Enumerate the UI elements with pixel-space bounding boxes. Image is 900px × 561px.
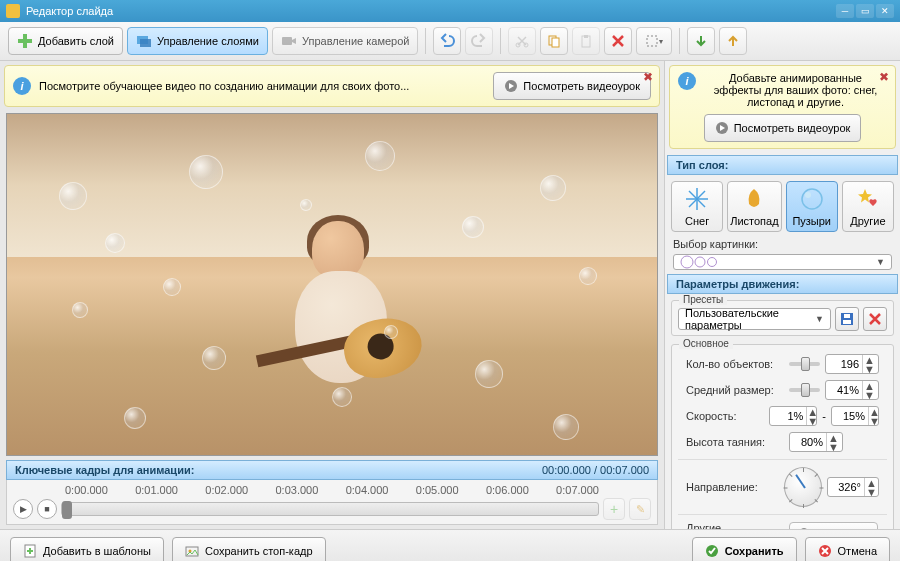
plus-file-icon	[23, 544, 37, 558]
svg-rect-3	[140, 39, 151, 47]
save-preset-button[interactable]	[835, 307, 859, 331]
paste-icon	[579, 34, 593, 48]
time-ruler: 0:00.0000:01.0000:02.0000:03.0000:04.000…	[65, 484, 599, 496]
watch-video-label: Посмотреть видеоурок	[734, 122, 851, 134]
play-button[interactable]: ▶	[13, 499, 33, 519]
main-toolbar: Добавить слой Управление слоями Управлен…	[0, 22, 900, 61]
type-leaves-button[interactable]: Листопад	[727, 181, 781, 232]
type-bubbles-button[interactable]: Пузыри	[786, 181, 838, 232]
check-icon	[705, 544, 719, 558]
edit-keyframe-button[interactable]: ✎	[629, 498, 651, 520]
move-down-button[interactable]	[687, 27, 715, 55]
bubble-icon	[799, 186, 825, 212]
count-row: Кол-во объектов: ▲▼	[678, 351, 887, 377]
window-title: Редактор слайда	[26, 5, 113, 17]
close-tip-button[interactable]: ✖	[641, 70, 655, 84]
undo-button[interactable]	[433, 27, 461, 55]
info-icon: i	[678, 72, 696, 90]
toolbar-separator	[679, 28, 680, 54]
speed-to-input[interactable]: ▲▼	[831, 406, 879, 426]
camera-icon	[281, 33, 297, 49]
gear-icon	[798, 528, 810, 529]
cut-button[interactable]	[508, 27, 536, 55]
layers-icon	[136, 33, 152, 49]
arrow-up-icon	[726, 34, 740, 48]
pencil-icon: ✎	[636, 503, 645, 516]
toolbar-separator	[425, 28, 426, 54]
plus-icon: +	[610, 501, 618, 517]
watch-video-button-right[interactable]: Посмотреть видеоурок	[704, 114, 862, 142]
left-column: i Посмотрите обучающее видео по созданию…	[0, 61, 665, 529]
speed-from-input[interactable]: ▲▼	[769, 406, 817, 426]
size-input[interactable]: ▲▼	[825, 380, 879, 400]
svg-point-22	[708, 258, 717, 267]
svg-point-19	[805, 192, 811, 198]
main-content: i Посмотрите обучающее видео по созданию…	[0, 61, 900, 529]
count-input[interactable]: ▲▼	[825, 354, 879, 374]
app-icon	[6, 4, 20, 18]
fit-button[interactable]: ▾	[636, 27, 672, 55]
watch-video-button[interactable]: Посмотреть видеоурок	[493, 72, 651, 100]
svg-rect-8	[552, 38, 559, 47]
right-panel: i Добавьте анимированные эффекты для ваш…	[665, 61, 900, 529]
redo-button[interactable]	[465, 27, 493, 55]
manage-camera-button[interactable]: Управление камерой	[272, 27, 418, 55]
size-slider[interactable]	[789, 388, 820, 392]
layer-type-header: Тип слоя:	[667, 155, 898, 175]
timeline-marker[interactable]	[62, 501, 72, 519]
main-group: Основное Кол-во объектов: ▲▼ Средний раз…	[671, 344, 894, 529]
slide-preview[interactable]	[6, 113, 658, 456]
paste-button[interactable]	[572, 27, 600, 55]
svg-point-21	[695, 257, 705, 267]
close-window-button[interactable]: ✕	[876, 4, 894, 18]
add-to-templates-button[interactable]: Добавить в шаблоны	[10, 537, 164, 561]
preset-combo[interactable]: Пользовательские параметры ▼	[678, 308, 831, 330]
stop-button[interactable]: ■	[37, 499, 57, 519]
add-layer-button[interactable]: Добавить слой	[8, 27, 123, 55]
video-icon	[715, 121, 729, 135]
close-tip-button[interactable]: ✖	[877, 70, 891, 84]
image-picker-combo[interactable]: ▼	[673, 254, 892, 270]
delete-icon	[611, 34, 625, 48]
manage-layers-button[interactable]: Управление слоями	[127, 27, 268, 55]
presets-group: Пресеты Пользовательские параметры ▼	[671, 300, 894, 336]
add-keyframe-button[interactable]: +	[603, 498, 625, 520]
save-frame-button[interactable]: Сохранить стоп-кадр	[172, 537, 326, 561]
speed-row: Скорость: ▲▼ - ▲▼	[678, 403, 887, 429]
delete-button[interactable]	[604, 27, 632, 55]
tip-text: Посмотрите обучающее видео по созданию а…	[39, 80, 485, 92]
chevron-down-icon: ▼	[815, 314, 824, 324]
type-others-button[interactable]: Другие	[842, 181, 894, 232]
type-snow-button[interactable]: Снег	[671, 181, 723, 232]
cancel-icon	[818, 544, 832, 558]
save-button[interactable]: Сохранить	[692, 537, 797, 561]
count-slider[interactable]	[789, 362, 820, 366]
tune-button[interactable]: Настроить	[789, 522, 878, 529]
chevron-down-icon: ▼	[876, 257, 885, 267]
other-params-row: Другие параметры: Настроить	[678, 519, 887, 529]
preview-subject	[280, 209, 410, 409]
toolbar-separator	[500, 28, 501, 54]
cancel-button[interactable]: Отмена	[805, 537, 890, 561]
bubbles-preview-icon	[680, 255, 720, 269]
minimize-button[interactable]: ─	[836, 4, 854, 18]
copy-icon	[547, 34, 561, 48]
info-icon: i	[13, 77, 31, 95]
direction-dial[interactable]	[784, 467, 822, 507]
direction-input[interactable]: ▲▼	[827, 477, 879, 497]
tip-bar-right: i Добавьте анимированные эффекты для ваш…	[669, 65, 896, 149]
melt-input[interactable]: ▲▼	[789, 432, 843, 452]
undo-icon	[439, 33, 455, 49]
redo-icon	[471, 33, 487, 49]
maximize-button[interactable]: ▭	[856, 4, 874, 18]
titlebar: Редактор слайда ─ ▭ ✕	[0, 0, 900, 22]
copy-button[interactable]	[540, 27, 568, 55]
leaf-icon	[741, 186, 767, 212]
move-up-button[interactable]	[719, 27, 747, 55]
delete-preset-button[interactable]	[863, 307, 887, 331]
motion-params-header: Параметры движения:	[667, 274, 898, 294]
timeline-track[interactable]	[61, 502, 599, 516]
svg-rect-25	[844, 314, 850, 318]
manage-layers-label: Управление слоями	[157, 35, 259, 47]
fit-icon	[645, 34, 659, 48]
